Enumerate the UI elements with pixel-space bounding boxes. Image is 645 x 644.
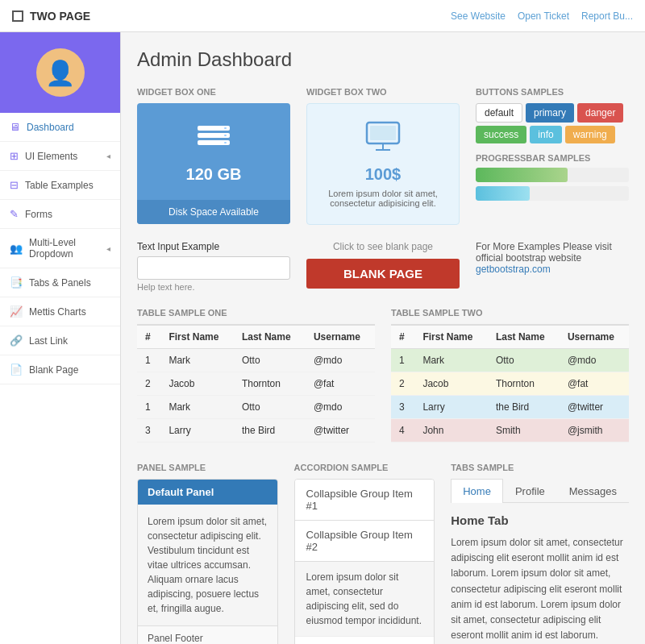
report-bug-link[interactable]: Report Bu...	[581, 10, 633, 22]
btn-danger[interactable]: danger	[577, 103, 623, 123]
top-bar-left: TWO PAGE	[12, 10, 90, 23]
sidebar-label-multilevel: Multi-Level Dropdown	[29, 237, 100, 260]
table-row: 1MarkOtto@mdo	[137, 349, 375, 372]
svg-rect-4	[224, 135, 227, 136]
top-bar: TWO PAGE See Website Open Ticket Report …	[0, 0, 645, 32]
sidebar-item-charts[interactable]: 📈 Mettis Charts	[0, 297, 120, 326]
accordion-item-2[interactable]: Collapsible Group Item #2	[295, 521, 435, 562]
table-one-col-3: Username	[306, 325, 375, 349]
accordion: Collapsible Group Item #1 Collapsible Gr…	[294, 479, 435, 644]
sidebar-item-forms[interactable]: ✎ Forms	[0, 200, 120, 229]
btn-info[interactable]: info	[530, 126, 561, 143]
blank-page-icon: 📄	[10, 364, 23, 376]
btn-default[interactable]: default	[476, 103, 522, 123]
btn-warning[interactable]: warning	[565, 126, 615, 143]
blank-page-button[interactable]: BLANK PAGE	[306, 259, 460, 289]
see-website-link[interactable]: See Website	[451, 10, 506, 22]
widgets-row: WIDGET BOX ONE	[137, 87, 629, 225]
chevron-right-icon-2: ◂	[106, 244, 110, 253]
buttons-label: BUTTONS SAMPLES	[476, 87, 629, 97]
info-col: For More Examples Please visit official …	[476, 241, 629, 275]
logo-checkbox	[12, 10, 23, 22]
blank-page-sublabel: Click to see blank page	[306, 241, 460, 252]
input-label: Text Input Example	[137, 241, 290, 252]
sidebar-label-blank: Blank Page	[29, 364, 78, 376]
tab-home[interactable]: Home	[451, 479, 503, 503]
tabs-container: Home Profile Messages Home Tab Lorem ips…	[451, 479, 629, 643]
tabs-icon: 📑	[10, 276, 23, 289]
button-samples: default primary danger success info warn…	[476, 103, 629, 143]
progress-bar-1	[476, 168, 629, 182]
accordion-item-1[interactable]: Collapsible Group Item #1	[295, 480, 435, 521]
table-one-col-1: First Name	[160, 325, 233, 349]
tab-profile[interactable]: Profile	[503, 479, 557, 503]
table-one-table: # First Name Last Name Username 1MarkOtt…	[137, 324, 375, 442]
layout: 👤 🖥 Dashboard ⊞ UI Elements ◂ ⊟	[0, 32, 645, 644]
sidebar-label-table: Table Examples	[25, 180, 94, 191]
sidebar-label-tabs: Tabs & Panels	[29, 277, 91, 289]
bottom-row: PANEL SAMPLE Default Panel Lorem ipsum d…	[137, 463, 629, 644]
main-content: Admin Dashboard WIDGET BOX ONE	[121, 32, 645, 644]
table-icon: ⊟	[10, 179, 19, 191]
chevron-right-icon: ◂	[106, 152, 110, 160]
tabs-col: TABS SAMPLE Home Profile Messages Home T…	[451, 463, 629, 644]
btn-primary[interactable]: primary	[526, 103, 574, 123]
progress-fill-blue	[476, 186, 530, 201]
widget-one-top: 120 GB	[137, 103, 290, 200]
widget-one-content: 120 GB Disk Space Available	[137, 103, 290, 224]
avatar: 👤	[36, 48, 85, 97]
sidebar-item-ui-elements[interactable]: ⊞ UI Elements ◂	[0, 142, 120, 171]
avatar-icon: 👤	[45, 59, 75, 87]
sidebar-item-multilevel[interactable]: 👥 Multi-Level Dropdown ◂	[0, 229, 120, 268]
table-one: TABLE SAMPLE ONE # First Name Last Name …	[137, 308, 375, 442]
widget-two-text: Lorem ipsum dolor sit amet, consectetur …	[323, 189, 443, 208]
sidebar-item-tabs[interactable]: 📑 Tabs & Panels	[0, 268, 120, 297]
tab-messages[interactable]: Messages	[557, 479, 629, 503]
form-row: Text Input Example Help text here. Click…	[137, 241, 629, 292]
accordion-item-3[interactable]: Collapsible Group Item #3	[295, 637, 435, 644]
sidebar-label-dashboard: Dashboard	[27, 122, 74, 133]
widget-one-value: 120 GB	[153, 165, 274, 184]
tab-content-home: Home Tab Lorem ipsum dolor sit amet, con…	[451, 511, 629, 643]
tabs-section-title: TABS SAMPLE	[451, 463, 629, 472]
tab-home-body: Lorem ipsum dolor sit amet, consectetur …	[451, 535, 629, 643]
sidebar-item-last-link[interactable]: 🔗 Last Link	[0, 326, 120, 355]
text-input[interactable]	[137, 256, 290, 280]
widget-box-one: WIDGET BOX ONE	[137, 87, 290, 225]
widget-two-value: 100$	[323, 165, 443, 184]
table-row: 2JacobThornton@fat	[391, 372, 629, 396]
panel-title: PANEL SAMPLE	[137, 463, 278, 472]
accordion-col: ACCORDION SAMPLE Collapsible Group Item …	[294, 463, 435, 644]
last-link-icon: 🔗	[10, 334, 23, 347]
tabs-nav: Home Profile Messages	[451, 479, 629, 503]
table-two-col-2: Last Name	[488, 325, 560, 349]
svg-rect-3	[224, 127, 227, 129]
widget-box-two: WIDGET BOX TWO 100$ Lorem ipsum dolor si…	[306, 87, 460, 225]
sidebar-label-charts: Mettis Charts	[29, 306, 86, 318]
table-one-title: TABLE SAMPLE ONE	[137, 308, 375, 318]
panel-body: Lorem ipsum dolor sit amet, consectetur …	[138, 505, 277, 625]
btn-success[interactable]: success	[476, 126, 526, 143]
table-two: TABLE SAMPLE TWO # First Name Last Name …	[391, 308, 629, 442]
tables-row: TABLE SAMPLE ONE # First Name Last Name …	[137, 308, 629, 442]
table-one-col-2: Last Name	[234, 325, 306, 349]
sidebar-item-dashboard[interactable]: 🖥 Dashboard	[0, 113, 120, 142]
progress-bar-2	[476, 186, 629, 201]
sidebar-item-blank[interactable]: 📄 Blank Page	[0, 355, 120, 384]
open-ticket-link[interactable]: Open Ticket	[518, 10, 569, 22]
sidebar: 👤 🖥 Dashboard ⊞ UI Elements ◂ ⊟	[0, 32, 121, 644]
sidebar-item-table[interactable]: ⊟ Table Examples	[0, 171, 120, 200]
panel-header: Default Panel	[138, 480, 277, 505]
table-one-col-0: #	[137, 325, 160, 349]
table-two-col-3: Username	[560, 325, 629, 349]
panel-footer: Panel Footer	[138, 625, 277, 644]
bootstrap-link[interactable]: getbootstrap.com	[476, 264, 551, 275]
panel: Default Panel Lorem ipsum dolor sit amet…	[137, 479, 278, 644]
widget-two-content: 100$ Lorem ipsum dolor sit amet, consect…	[306, 103, 460, 225]
multilevel-icon: 👥	[10, 243, 23, 255]
table-two-title: TABLE SAMPLE TWO	[391, 308, 629, 318]
tab-home-title: Home Tab	[451, 511, 629, 530]
table-row: 3Larrythe Bird@twitter	[137, 419, 375, 442]
top-bar-right: See Website Open Ticket Report Bu...	[451, 10, 633, 22]
info-text: For More Examples Please visit official …	[476, 241, 612, 264]
